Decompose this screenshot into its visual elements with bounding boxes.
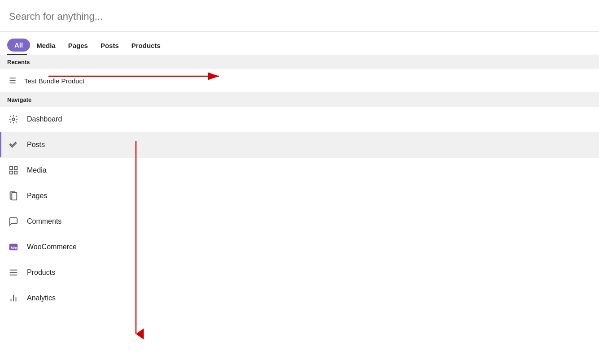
nav-list: Dashboard Posts Media Pages bbox=[0, 107, 599, 311]
svg-rect-1 bbox=[10, 167, 13, 169]
nav-item-woocommerce[interactable]: Woo WooCommerce bbox=[0, 234, 599, 260]
nav-label-analytics: Analytics bbox=[27, 294, 56, 302]
nav-item-analytics[interactable]: Analytics bbox=[0, 286, 599, 311]
analytics-icon bbox=[7, 292, 20, 304]
navigate-header: Navigate bbox=[0, 93, 599, 107]
nav-item-media[interactable]: Media bbox=[0, 158, 599, 183]
filter-tabs: All Media Pages Posts Products bbox=[0, 32, 599, 55]
dashboard-icon bbox=[7, 113, 20, 126]
recent-item-label: Test Bundle Product bbox=[24, 77, 84, 85]
posts-icon bbox=[7, 139, 20, 151]
woocommerce-icon: Woo bbox=[7, 241, 20, 253]
tab-products[interactable]: Products bbox=[125, 38, 167, 55]
nav-item-pages[interactable]: Pages bbox=[0, 183, 599, 209]
nav-label-comments: Comments bbox=[27, 217, 61, 225]
nav-label-dashboard: Dashboard bbox=[27, 115, 62, 123]
svg-text:Woo: Woo bbox=[11, 246, 19, 250]
svg-rect-3 bbox=[10, 171, 13, 174]
comments-icon bbox=[7, 215, 20, 228]
media-icon bbox=[7, 164, 20, 177]
recents-header: Recents bbox=[0, 55, 599, 69]
tab-underline-indicator bbox=[7, 54, 27, 55]
nav-item-dashboard[interactable]: Dashboard bbox=[0, 107, 599, 132]
recent-item[interactable]: ☰ Test Bundle Product bbox=[0, 69, 599, 93]
product-icon: ☰ bbox=[7, 75, 18, 86]
pages-icon bbox=[7, 190, 20, 202]
nav-label-pages: Pages bbox=[27, 192, 47, 200]
tab-all[interactable]: All bbox=[7, 39, 30, 52]
tab-posts[interactable]: Posts bbox=[94, 38, 125, 55]
nav-item-comments[interactable]: Comments bbox=[0, 209, 599, 234]
nav-item-posts[interactable]: Posts bbox=[0, 132, 599, 158]
search-input[interactable] bbox=[9, 11, 590, 22]
nav-label-products: Products bbox=[27, 269, 55, 277]
svg-rect-4 bbox=[14, 171, 17, 174]
svg-rect-2 bbox=[14, 167, 17, 169]
svg-rect-6 bbox=[12, 193, 17, 200]
tab-pages[interactable]: Pages bbox=[62, 38, 94, 55]
products-icon bbox=[7, 266, 20, 279]
tab-media[interactable]: Media bbox=[30, 38, 62, 55]
nav-item-products[interactable]: Products bbox=[0, 260, 599, 286]
nav-label-posts: Posts bbox=[27, 141, 45, 149]
svg-point-0 bbox=[12, 118, 15, 121]
search-bar bbox=[0, 0, 599, 32]
nav-label-woocommerce: WooCommerce bbox=[27, 243, 77, 251]
nav-label-media: Media bbox=[27, 166, 47, 174]
